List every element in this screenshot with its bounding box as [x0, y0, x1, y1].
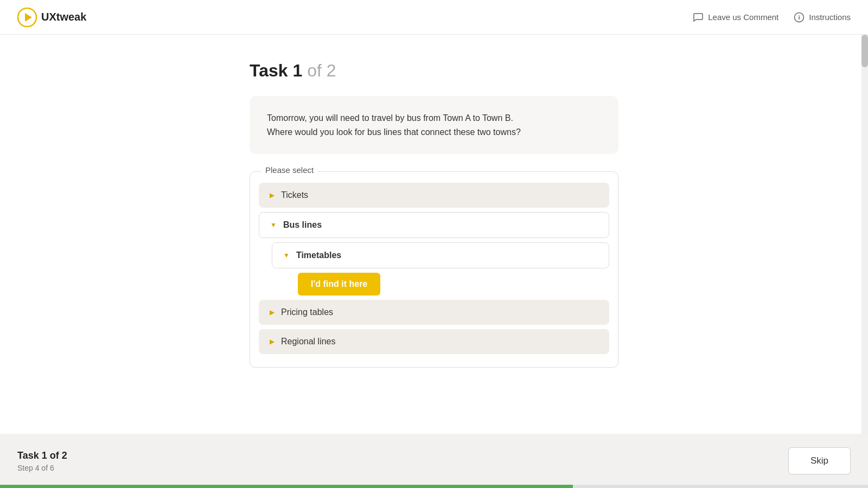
- svg-text:i: i: [799, 14, 800, 21]
- scrollbar-thumb[interactable]: [861, 35, 868, 67]
- bottom-bar: Task 1 of 2 Step 4 of 6 Skip: [0, 434, 868, 488]
- find-here-button[interactable]: I'd find it here: [298, 273, 380, 296]
- header-right: Leave us Comment i Instructions: [693, 12, 851, 23]
- tree-item-regional-lines[interactable]: ▶ Regional lines: [259, 329, 609, 354]
- header: UXtweak Leave us Comment i Instructions: [0, 0, 868, 35]
- bus-lines-arrow: ▼: [270, 221, 277, 229]
- bottom-bar-left: Task 1 of 2 Step 4 of 6: [17, 450, 67, 472]
- progress-bar-fill: [0, 485, 573, 488]
- skip-button[interactable]: Skip: [788, 447, 851, 474]
- leave-comment-button[interactable]: Leave us Comment: [693, 12, 778, 23]
- main-content: Task 1 of 2 Tomorrow, you will need to t…: [0, 35, 868, 434]
- task-title: Task 1 of 2: [250, 61, 618, 81]
- timetables-label: Timetables: [296, 251, 341, 260]
- info-icon: i: [794, 12, 805, 23]
- task-of-total: of 2: [307, 61, 336, 80]
- tree-item-timetables[interactable]: ▼ Timetables: [272, 242, 609, 268]
- instructions-button[interactable]: i Instructions: [794, 12, 851, 23]
- select-label: Please select: [261, 165, 318, 175]
- bus-lines-label: Bus lines: [283, 220, 322, 230]
- uxtweak-logo-icon: [17, 8, 37, 27]
- bottom-step-label: Step 4 of 6: [17, 464, 67, 472]
- tickets-arrow: ▶: [270, 191, 275, 199]
- scrollbar-track[interactable]: [861, 35, 868, 434]
- tickets-label: Tickets: [281, 190, 308, 200]
- svg-marker-1: [25, 13, 32, 22]
- logo-area: UXtweak: [17, 8, 86, 27]
- bottom-task-title: Task 1 of 2: [17, 450, 67, 461]
- timetables-arrow: ▼: [283, 252, 290, 259]
- tree-item-tickets[interactable]: ▶ Tickets: [259, 183, 609, 208]
- regional-lines-label: Regional lines: [281, 337, 336, 346]
- pricing-tables-label: Pricing tables: [281, 307, 333, 317]
- logo-text: UXtweak: [41, 11, 86, 23]
- content-wrapper: Task 1 of 2 Tomorrow, you will need to t…: [250, 61, 618, 368]
- task-description-box: Tomorrow, you will need to travel by bus…: [250, 96, 618, 154]
- bus-lines-children: ▼ Timetables I'd find it here: [259, 242, 609, 300]
- comment-icon: [693, 12, 704, 23]
- task-header: Task 1 of 2: [250, 61, 618, 81]
- progress-bar-container: [0, 485, 868, 488]
- find-here-container: I'd find it here: [272, 273, 609, 300]
- tree-item-bus-lines[interactable]: ▼ Bus lines: [259, 212, 609, 238]
- pricing-tables-arrow: ▶: [270, 309, 275, 316]
- regional-lines-arrow: ▶: [270, 338, 275, 345]
- select-section: Please select ▶ Tickets ▼ Bus lines ▼ Ti…: [250, 171, 618, 368]
- task-description-text: Tomorrow, you will need to travel by bus…: [267, 111, 601, 139]
- tree-item-pricing-tables[interactable]: ▶ Pricing tables: [259, 300, 609, 325]
